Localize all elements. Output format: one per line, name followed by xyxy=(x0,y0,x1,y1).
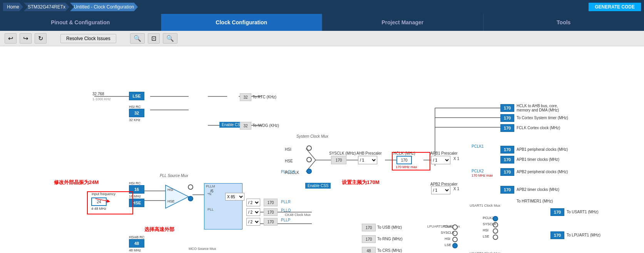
ahb-prescaler-select[interactable]: / 1 xyxy=(358,156,377,164)
hclk-ahb-label1: HCLK to AHB bus, core, xyxy=(517,104,558,108)
hsi48-rc-label: HSI48 RC xyxy=(129,235,145,239)
pclk1-label: PCLK1 xyxy=(472,144,484,148)
output-apb1-timer: 170 xyxy=(500,156,514,164)
to-rtc-box: 32 xyxy=(240,93,251,101)
to-rtc-label: To RTC (KHz) xyxy=(253,95,276,99)
pll-hsi-circle[interactable] xyxy=(188,184,193,190)
refresh-button[interactable]: ↻ xyxy=(35,33,47,44)
to-iwdg-label: To IWDG (KHz) xyxy=(253,123,279,128)
fclk-label: FCLK Cortex clock (MHz) xyxy=(517,126,560,130)
apb1-timer-label: APB1 timer clocks (MHz) xyxy=(517,157,559,162)
resolve-clock-issues-button[interactable]: Resolve Clock Issues xyxy=(60,34,116,43)
lse-box[interactable]: LSE xyxy=(129,92,144,100)
breadcrumb-page[interactable]: Untitled - Clock Configuration xyxy=(70,3,138,11)
usart1-clk-mux-label: USART1 Clock Mux xyxy=(470,204,500,207)
sys-hsi-circle[interactable] xyxy=(306,145,312,151)
system-clk-mux-label: System Clock Mux xyxy=(296,134,328,138)
undo-button[interactable]: ↩ xyxy=(5,33,17,44)
usart1-mux-circle-3[interactable] xyxy=(493,228,498,234)
apb1-prescaler-select[interactable]: / 1 xyxy=(431,156,450,164)
x1-label-2: X 1 xyxy=(453,187,459,191)
pll-p-select[interactable]: / 2 xyxy=(246,218,260,226)
cortex-timer-label: To Cortex System timer (MHz) xyxy=(517,116,568,120)
sys-hsi-label: HSI xyxy=(285,147,291,152)
lpuart-lse-circle[interactable] xyxy=(452,243,458,248)
to-rng-label: To RNG (MHz) xyxy=(377,237,403,241)
hclk-max-label: 170 MHz max xyxy=(396,165,417,169)
pllm-div-label: /6 xyxy=(210,189,213,193)
apb1-prescaler-label: APB1 Prescaler xyxy=(430,151,458,155)
hrtimer-label: To HRTIMER1 (MHz) xyxy=(517,199,553,203)
pllr-val-box: 170 xyxy=(264,199,278,206)
usart1-mux-circle-4[interactable] xyxy=(493,234,498,240)
breadcrumb-home[interactable]: Home xyxy=(3,3,23,11)
hse-box-mid[interactable]: HSE xyxy=(129,199,144,207)
toolbar: ↩ ↪ ↻ Resolve Clock Issues 🔍 ⊡ 🔍 xyxy=(0,31,644,46)
generate-code-button[interactable]: GENERATE CODE xyxy=(589,3,641,11)
output-lpuart1: 170 xyxy=(550,231,564,239)
x1-label-1: X 1 xyxy=(453,157,459,161)
to-usb-label: To USB (MHz) xyxy=(377,225,402,229)
main-area: 32.768 1-1000 KHz LSE HSI RC 32 32 KHz H… xyxy=(0,46,644,253)
sys-pllclk-circle[interactable] xyxy=(306,169,312,174)
hsi48-box[interactable]: 48 xyxy=(129,239,144,248)
lsi-rc-label: HSI RC xyxy=(129,105,141,109)
zoom-in-button[interactable]: 🔍 xyxy=(130,33,145,44)
tab-tools[interactable]: Tools xyxy=(483,14,644,31)
apb2-prescaler-select[interactable]: / 1 xyxy=(431,186,450,194)
lp-sysclk-lbl: SYSCLK xyxy=(441,231,455,234)
to-usart1-label: To USART1 (MHz) xyxy=(567,210,599,214)
tab-clock[interactable]: Clock Configuration xyxy=(161,14,323,31)
hsi-box[interactable]: 16 xyxy=(129,185,144,194)
to-crs-box: 48 xyxy=(362,247,376,253)
ck48-mux-label: CK48 Clock Mux xyxy=(285,213,311,217)
svg-text:HSE: HSE xyxy=(167,199,175,203)
to-lpuart1-label: To LPUART1 (MHz) xyxy=(567,233,601,237)
ahb-prescaler-label: AHB Prescaler xyxy=(356,151,382,155)
redo-button[interactable]: ↪ xyxy=(20,33,32,44)
apb2-peri-label: APB2 peripheral clocks (MHz) xyxy=(517,170,568,174)
lp-lse-lbl: LSE xyxy=(445,243,451,247)
zoom-out-button[interactable]: 🔍 xyxy=(163,33,177,44)
lse-freq-label: 32.768 xyxy=(92,92,104,96)
output-usart1: 170 xyxy=(550,208,564,216)
pllq-val-box: 170 xyxy=(264,208,278,216)
pllp-line-label: PLLP xyxy=(281,218,290,222)
u1-hsi-lbl: HSI xyxy=(483,228,488,232)
pll-n-select[interactable]: X 85 xyxy=(225,193,244,201)
sys-hse-circle[interactable] xyxy=(306,157,312,162)
sysclk-mhz-label: SYSCLK (MHz) xyxy=(329,151,356,155)
sysclk-box: 170 xyxy=(331,156,346,164)
tab-pinout[interactable]: Pinout & Configuration xyxy=(0,14,161,31)
pllp-val-box: 170 xyxy=(264,218,278,226)
pllm-label: PLLM xyxy=(204,184,242,189)
pllr-line-label: PLLR xyxy=(281,200,291,204)
output-cortex-timer: 170 xyxy=(500,114,514,122)
tab-bar: Pinout & Configuration Clock Configurati… xyxy=(0,14,644,31)
to-rng-box: 170 xyxy=(362,235,376,243)
apb2-timer-label: APB2 timer clocks (MHz) xyxy=(517,187,559,192)
output-apb2-timer: 170 xyxy=(500,186,514,194)
pll-r-select[interactable]: / 2 xyxy=(246,199,260,206)
enable-css-button-2[interactable]: Enable CSS xyxy=(305,183,331,189)
u1-lse-lbl: LSE xyxy=(483,234,489,238)
hse-input-box[interactable]: 24 xyxy=(91,197,107,206)
breadcrumb-device[interactable]: STM32G474RETx xyxy=(24,3,69,11)
tab-project[interactable]: Project Manager xyxy=(322,14,483,31)
to-crs-label: To CRS (MHz) xyxy=(377,248,402,253)
to-usb-box: 170 xyxy=(362,224,376,231)
pll-hse-circle[interactable] xyxy=(188,196,193,201)
hsi48-unit-label: 48 MHz xyxy=(129,248,141,252)
hclk-box[interactable]: 170 xyxy=(396,156,412,164)
expand-button[interactable]: ⊡ xyxy=(148,33,160,44)
lp-pclk1-lbl: PCLK1 xyxy=(443,224,454,228)
pll-source-mux-label: PLL Source Mux xyxy=(160,174,188,178)
lp-hsi-lbl: HSI xyxy=(445,237,450,241)
pclk2-label: PCLK2 xyxy=(472,169,484,173)
lsi-rc-box[interactable]: 32 xyxy=(129,109,144,117)
to-iwdg-box: 32 xyxy=(240,122,251,130)
svg-text:HSI: HSI xyxy=(167,188,173,192)
clock-canvas[interactable]: 32.768 1-1000 KHz LSE HSI RC 32 32 KHz H… xyxy=(0,46,644,253)
pll-q-select[interactable]: / 2 xyxy=(246,208,260,216)
lpuart-hsi-circle[interactable] xyxy=(452,237,458,242)
